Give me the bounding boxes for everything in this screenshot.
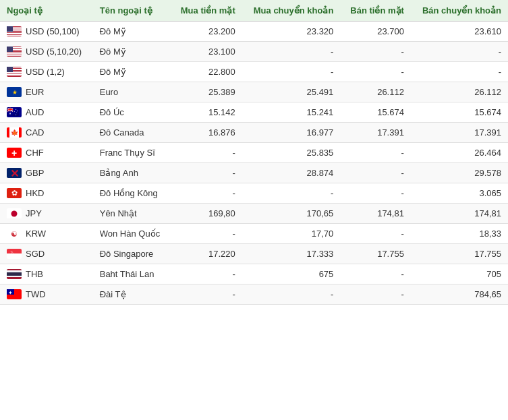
flag-us: [7, 26, 22, 36]
table-row: THBBaht Thái Lan-675-705: [0, 264, 508, 284]
table-row: GBPBảng Anh-28.874-29.578: [0, 163, 508, 183]
currency-name-cell: Đô Canada: [93, 123, 171, 143]
buy-transfer-cell: -: [242, 284, 341, 305]
currency-name-cell: Euro: [93, 82, 171, 102]
col-header-buy-cash: Mua tiền mặt: [171, 0, 242, 22]
table-row: USD (1,2)Đô Mỹ22.800---: [0, 62, 508, 82]
sell-cash-cell: -: [340, 264, 411, 284]
sell-cash-cell: -: [340, 143, 411, 163]
currency-code-text: KRW: [26, 229, 46, 239]
currency-name-cell: Đô Singapore: [93, 244, 171, 264]
currency-name-cell: Baht Thái Lan: [93, 264, 171, 284]
col-header-buy-transfer: Mua chuyển khoản: [242, 0, 341, 22]
flag-th: [7, 269, 22, 279]
sell-transfer-cell: 23.610: [411, 22, 508, 42]
sell-transfer-cell: 18,33: [411, 224, 508, 244]
table-row: USD (5,10,20)Đô Mỹ23.100---: [0, 42, 508, 62]
currency-name-cell: Đô Mỹ: [93, 42, 171, 62]
table-row: EUREuro25.38925.49126.11226.112: [0, 82, 508, 102]
flag-sg: [7, 249, 22, 259]
buy-transfer-cell: 23.320: [242, 22, 341, 42]
flag-kr: [7, 229, 22, 239]
table-row: AUDĐô Úc15.14215.24115.67415.674: [0, 102, 508, 123]
sell-cash-cell: -: [340, 284, 411, 305]
currency-name-cell: Đô Mỹ: [93, 22, 171, 42]
sell-cash-cell: -: [340, 163, 411, 183]
flag-ch: [7, 148, 22, 158]
currency-code-text: THB: [26, 269, 43, 279]
currency-code-text: GBP: [26, 168, 44, 178]
sell-cash-cell: 17.391: [340, 123, 411, 143]
buy-cash-cell: -: [171, 264, 242, 284]
buy-cash-cell: 17.220: [171, 244, 242, 264]
buy-cash-cell: -: [171, 163, 242, 183]
table-row: HKDĐô Hồng Kông---3.065: [0, 183, 508, 204]
flag-us: [7, 47, 22, 57]
currency-code-text: JPY: [26, 208, 42, 218]
buy-cash-cell: 22.800: [171, 62, 242, 82]
sell-transfer-cell: 17.755: [411, 244, 508, 264]
sell-cash-cell: 17.755: [340, 244, 411, 264]
currency-name-cell: Đô Hồng Kông: [93, 183, 171, 204]
col-header-sell-cash: Bán tiền mặt: [340, 0, 411, 22]
buy-transfer-cell: 25.835: [242, 143, 341, 163]
buy-transfer-cell: 675: [242, 264, 341, 284]
flag-gb: [7, 168, 22, 178]
table-row: JPYYên Nhật169,80170,65174,81174,81: [0, 204, 508, 224]
col-header-currency: Ngoại tệ: [0, 0, 93, 22]
flag-hk: [7, 188, 22, 198]
sell-transfer-cell: 174,81: [411, 204, 508, 224]
currency-code-cell: THB: [0, 264, 93, 284]
col-header-name: Tên ngoại tệ: [93, 0, 171, 22]
table-row: TWDĐài Tệ---784,65: [0, 284, 508, 305]
col-header-sell-transfer: Bán chuyển khoản: [411, 0, 508, 22]
buy-cash-cell: -: [171, 284, 242, 305]
flag-eu: [7, 87, 22, 97]
sell-transfer-cell: 3.065: [411, 183, 508, 204]
currency-name-cell: Đô Mỹ: [93, 62, 171, 82]
currency-code-text: CAD: [26, 127, 44, 138]
table-row: KRWWon Hàn Quốc-17,70-18,33: [0, 224, 508, 244]
buy-transfer-cell: 170,65: [242, 204, 341, 224]
sell-transfer-cell: 17.391: [411, 123, 508, 143]
table-row: CHFFranc Thụy Sĩ-25.835-26.464: [0, 143, 508, 163]
currency-code-cell: USD (50,100): [0, 22, 93, 42]
currency-code-text: TWD: [26, 289, 46, 299]
currency-code-text: USD (50,100): [26, 26, 79, 36]
currency-code-cell: SGD: [0, 244, 93, 264]
buy-transfer-cell: -: [242, 62, 341, 82]
sell-cash-cell: 23.700: [340, 22, 411, 42]
flag-ca: [7, 127, 22, 138]
currency-name-cell: Franc Thụy Sĩ: [93, 143, 171, 163]
buy-transfer-cell: 17.333: [242, 244, 341, 264]
buy-cash-cell: 25.389: [171, 82, 242, 102]
buy-transfer-cell: -: [242, 42, 341, 62]
currency-code-cell: CHF: [0, 143, 93, 163]
currency-name-cell: Yên Nhật: [93, 204, 171, 224]
buy-cash-cell: 23.100: [171, 42, 242, 62]
flag-jp: [7, 208, 22, 218]
currency-code-text: USD (5,10,20): [26, 47, 82, 57]
currency-code-cell: CAD: [0, 123, 93, 143]
currency-code-cell: JPY: [0, 204, 93, 224]
flag-tw: [7, 289, 22, 299]
buy-cash-cell: -: [171, 224, 242, 244]
sell-cash-cell: 174,81: [340, 204, 411, 224]
buy-cash-cell: -: [171, 183, 242, 204]
currency-code-text: CHF: [26, 148, 44, 158]
table-row: SGDĐô Singapore17.22017.33317.75517.755: [0, 244, 508, 264]
sell-cash-cell: -: [340, 183, 411, 204]
currency-table: Ngoại tệ Tên ngoại tệ Mua tiền mặt Mua c…: [0, 0, 508, 305]
sell-transfer-cell: -: [411, 62, 508, 82]
currency-code-cell: EUR: [0, 82, 93, 102]
sell-cash-cell: 26.112: [340, 82, 411, 102]
sell-transfer-cell: -: [411, 42, 508, 62]
buy-cash-cell: 15.142: [171, 102, 242, 123]
sell-transfer-cell: 784,65: [411, 284, 508, 305]
table-header-row: Ngoại tệ Tên ngoại tệ Mua tiền mặt Mua c…: [0, 0, 508, 22]
currency-code-text: USD (1,2): [26, 67, 65, 77]
currency-code-cell: AUD: [0, 102, 93, 123]
buy-transfer-cell: 15.241: [242, 102, 341, 123]
currency-code-cell: KRW: [0, 224, 93, 244]
currency-code-text: EUR: [26, 87, 44, 97]
